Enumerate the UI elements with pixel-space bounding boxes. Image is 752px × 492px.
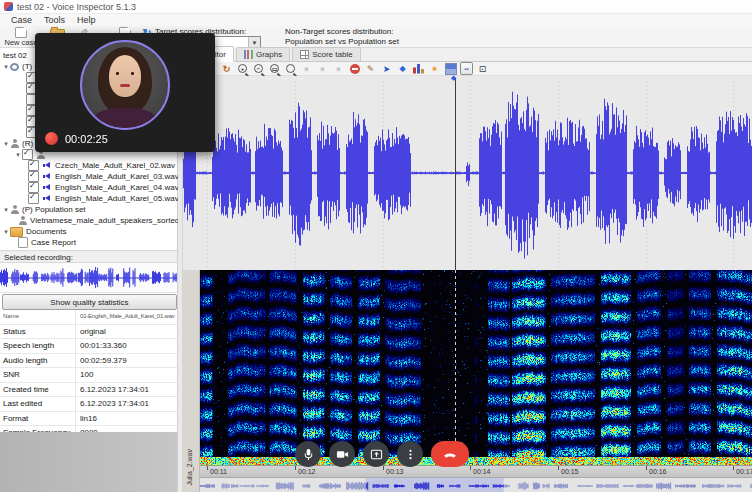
avatar-body <box>95 108 155 128</box>
ruler-tick <box>646 466 647 470</box>
checkbox[interactable] <box>28 193 39 204</box>
documents-folder-icon <box>10 227 23 237</box>
webcam-overlay[interactable]: 00:02:25 <box>35 33 215 152</box>
documents-node-label: Documents <box>26 226 66 237</box>
wav-file-icon <box>42 183 52 192</box>
record-disabled-icon: ● <box>300 63 313 75</box>
waveform-thumbnail-canvas <box>0 263 177 292</box>
recording-stats-table: Name01-English_Male_Adult_Karel_01.wav S… <box>0 310 177 441</box>
new-case-button[interactable]: New case <box>4 27 38 47</box>
reference-node-icon <box>10 139 19 148</box>
population-file-icon <box>18 216 27 225</box>
file-name: English_Male_Adult_Karel_04.wav <box>55 182 179 193</box>
zoom-in-button[interactable]: + <box>236 63 249 75</box>
tree-item-file[interactable]: English_Male_Adult_Karel_05.wav <box>0 193 177 204</box>
spectrogram-panel[interactable] <box>200 270 752 465</box>
waveform-canvas[interactable] <box>183 76 752 270</box>
wav-file-icon <box>42 161 52 170</box>
overview-strip[interactable] <box>200 477 752 492</box>
tree-item-file[interactable]: English_Male_Adult_Karel_04.wav <box>0 182 177 193</box>
tree-node-documents[interactable]: ▾ Documents <box>0 226 177 237</box>
avatar-face <box>109 55 141 97</box>
score-table-tab-icon <box>300 50 309 59</box>
menu-bar: Case Tools Help <box>0 14 752 26</box>
zoom-fit-button[interactable]: ▭ <box>268 63 281 75</box>
diamond-marker-button[interactable]: ◆ <box>396 63 409 75</box>
chevron-down-icon[interactable]: ▾ <box>2 204 10 215</box>
chevron-down-icon[interactable]: ▾ <box>2 226 10 237</box>
camera-icon <box>336 448 349 461</box>
menu-case[interactable]: Case <box>5 15 38 25</box>
wav-file-icon <box>42 194 52 203</box>
spectrogram-canvas[interactable] <box>200 270 752 465</box>
tree-item-file[interactable]: Czech_Male_Adult_Karel_02.wav <box>0 160 177 171</box>
ruler-tick <box>558 466 559 470</box>
segments-toggle-button[interactable]: ▪▪ <box>460 63 473 75</box>
table-row: Created time6.12.2023 17:34:01 <box>0 383 177 398</box>
selected-recording-waveform <box>0 263 177 293</box>
microphone-button[interactable] <box>295 441 321 467</box>
tree-item-population-file[interactable]: Vietnamese_male_adult_speakers_sorted_wa… <box>0 215 177 226</box>
recording-indicator: 00:02:25 <box>45 132 108 145</box>
call-controls <box>295 441 469 467</box>
zoom-selection-button[interactable] <box>284 63 297 75</box>
timeline-ruler[interactable]: 00:11 00:12 00:13 00:14 00:15 00:16 00:1… <box>200 465 752 477</box>
no-entry-icon <box>348 63 361 75</box>
share-screen-icon <box>370 448 383 461</box>
window-title: test 02 - Voice Inspector 5.1.3 <box>17 2 136 12</box>
graphs-tab-icon <box>244 50 253 59</box>
expand-view-button[interactable]: ⊡ <box>476 63 489 75</box>
wav-file-icon <box>42 172 52 181</box>
case-report-icon <box>18 237 28 248</box>
title-bar: test 02 - Voice Inspector 5.1.3 <box>0 0 752 14</box>
table-row: Speech length00:01:33.360 <box>0 339 177 354</box>
tree-item-file[interactable]: English_Male_Adult_Karel_03.wav <box>0 171 177 182</box>
case-report-label: Case Report <box>31 237 76 248</box>
waveform-panel[interactable] <box>183 76 752 270</box>
recording-timer: 00:02:25 <box>65 133 108 145</box>
tree-root-label: test 02 <box>3 50 27 61</box>
more-options-icon <box>404 448 417 461</box>
marker-button[interactable]: ➤ <box>380 63 393 75</box>
avatar <box>80 40 170 130</box>
tree-node-population[interactable]: ▾ (P) Population set <box>0 204 177 215</box>
playback-cursor-spectrogram <box>455 270 456 465</box>
overview-canvas[interactable] <box>200 478 752 492</box>
loop-button[interactable]: ↻ <box>220 63 233 75</box>
selected-recording-header: Selected recording: <box>0 250 177 263</box>
population-file-name: Vietnamese_male_adult_speakers_sorted_wa… <box>30 215 198 226</box>
pause-disabled-icon: ● <box>316 63 329 75</box>
tab-score-table[interactable]: Score table <box>292 47 360 61</box>
table-row: Last edited6.12.2023 17:34:01 <box>0 397 177 412</box>
questioned-node-icon <box>10 63 19 71</box>
tree-item-case-report[interactable]: Case Report <box>0 237 177 248</box>
chevron-down-icon[interactable]: ▾ <box>2 138 10 149</box>
chevron-down-icon[interactable]: ▾ <box>2 61 10 72</box>
hang-up-button[interactable] <box>431 441 469 467</box>
monitor-disabled-icon: ● <box>332 63 345 75</box>
tiles-view-button[interactable] <box>444 63 457 75</box>
tab-graphs[interactable]: Graphs <box>236 47 290 61</box>
left-panel-filler <box>0 432 177 492</box>
file-name: English_Male_Adult_Karel_05.wav <box>55 193 179 204</box>
non-target-population-value: Population set vs Population set <box>285 37 399 46</box>
chevron-down-icon[interactable]: ▾ <box>14 149 22 160</box>
ruler-tick <box>207 466 208 470</box>
new-case-icon <box>15 27 27 38</box>
histogram-button[interactable] <box>412 63 425 75</box>
ruler-tick <box>733 466 734 470</box>
annotate-button[interactable]: ✎ <box>364 63 377 75</box>
playback-cursor[interactable] <box>455 78 456 270</box>
table-row: Name01-English_Male_Adult_Karel_01.wav <box>0 310 177 325</box>
menu-help[interactable]: Help <box>71 15 102 25</box>
zoom-out-button[interactable]: − <box>252 63 265 75</box>
menu-tools[interactable]: Tools <box>38 15 71 25</box>
record-dot-icon <box>45 132 58 145</box>
share-screen-button[interactable] <box>363 441 389 467</box>
recording-file-label: Julia_2.wav <box>186 449 193 486</box>
editor-tabs: Editor Graphs Score table <box>183 48 752 62</box>
more-options-button[interactable] <box>397 441 423 467</box>
camera-button[interactable] <box>329 441 355 467</box>
energy-button[interactable]: ✶ <box>428 63 441 75</box>
show-quality-statistics-button[interactable]: Show quality statistics <box>2 294 177 310</box>
